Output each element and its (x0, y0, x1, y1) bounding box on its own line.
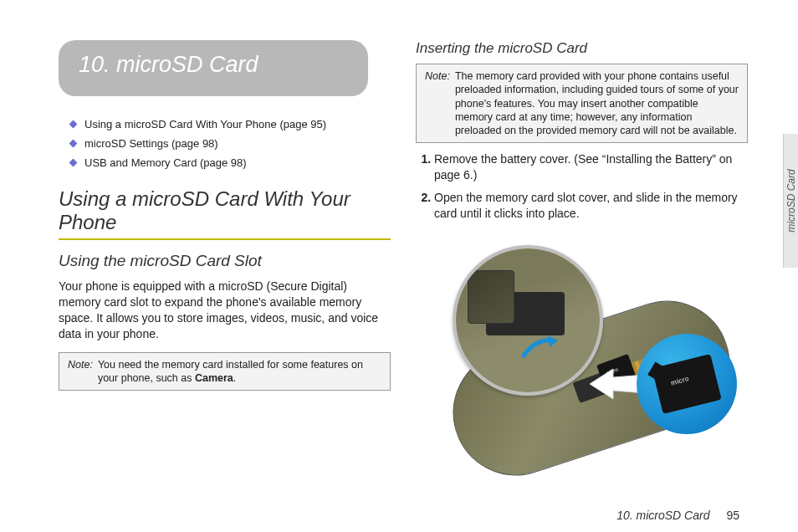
sd-card-badge: micro (637, 334, 737, 434)
side-tab: microSD Card (783, 134, 798, 268)
toc-list: Using a microSD Card With Your Phone (pa… (70, 118, 391, 169)
section-underline (59, 238, 391, 240)
footer-page-number: 95 (726, 509, 739, 522)
note-box-preloaded: Note: The memory card provided with your… (416, 64, 748, 143)
zoom-slot-cover (468, 270, 514, 324)
diamond-bullet-icon (69, 140, 78, 148)
diamond-bullet-icon (69, 120, 78, 129)
body-paragraph: Your phone is equipped with a microSD (S… (59, 279, 391, 342)
toc-item[interactable]: USB and Memory Card (page 98) (70, 156, 391, 169)
note-label: Note: (425, 69, 450, 137)
side-tab-label: microSD Card (785, 169, 797, 232)
steps-list: Remove the battery cover. (See “Installi… (434, 151, 748, 222)
page-footer: 10. microSD Card 95 (616, 509, 739, 522)
open-cover-arrow-icon (519, 335, 558, 361)
zoom-circle (453, 245, 603, 396)
sd-card-label: micro (670, 375, 690, 387)
note-body: The memory card provided with your phone… (455, 69, 739, 137)
note-box-camera: Note: You need the memory card installed… (59, 352, 391, 391)
toc-label: Using a microSD Card With Your Phone (pa… (84, 118, 326, 130)
insert-sd-diagram: micro micro (416, 233, 734, 451)
step-item: Open the memory card slot cover, and sli… (434, 190, 748, 222)
subsection-heading-slot: Using the microSD Card Slot (59, 252, 391, 270)
step-item: Remove the battery cover. (See “Installi… (434, 151, 748, 183)
diamond-bullet-icon (69, 159, 78, 167)
toc-label: USB and Memory Card (page 98) (84, 156, 247, 169)
section-heading-using-card: Using a microSD Card With Your Phone (59, 187, 391, 233)
chapter-heading-pill: 10. microSD Card (59, 40, 368, 96)
footer-chapter: 10. microSD Card (616, 509, 709, 522)
toc-label: microSD Settings (page 98) (84, 137, 218, 150)
note-label: Note: (68, 358, 93, 386)
svg-marker-0 (548, 335, 558, 347)
note-body: You need the memory card installed for s… (98, 358, 381, 386)
toc-item[interactable]: Using a microSD Card With Your Phone (pa… (70, 118, 391, 130)
subsection-heading-inserting: Inserting the microSD Card (416, 40, 748, 57)
toc-item[interactable]: microSD Settings (page 98) (70, 137, 391, 150)
sd-card-illustration: micro (652, 354, 721, 414)
chapter-title: 10. microSD Card (79, 52, 348, 78)
